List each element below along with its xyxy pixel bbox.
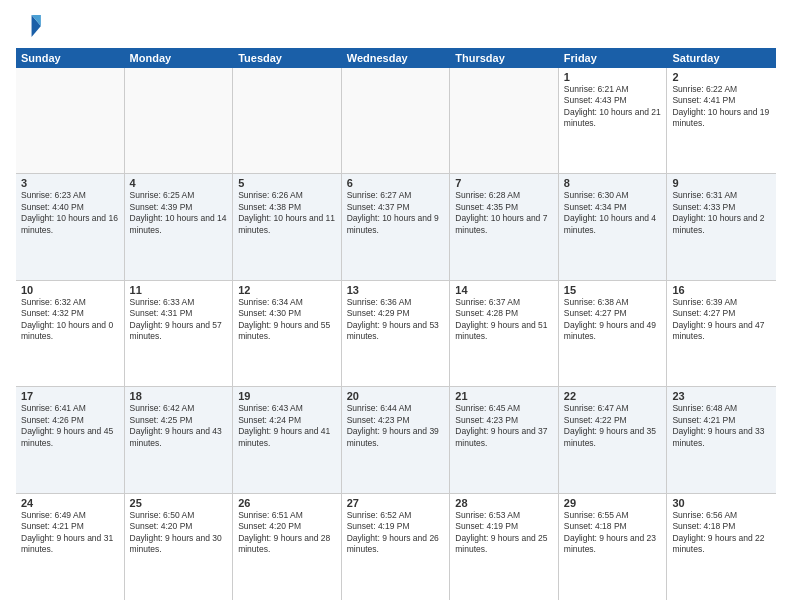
- day-cell-18: 18Sunrise: 6:42 AMSunset: 4:25 PMDayligh…: [125, 387, 234, 492]
- day-info: Sunrise: 6:30 AMSunset: 4:34 PMDaylight:…: [564, 190, 662, 236]
- empty-cell: [342, 68, 451, 173]
- day-number: 28: [455, 497, 553, 509]
- day-number: 2: [672, 71, 771, 83]
- day-info: Sunrise: 6:27 AMSunset: 4:37 PMDaylight:…: [347, 190, 445, 236]
- calendar-header: SundayMondayTuesdayWednesdayThursdayFrid…: [16, 48, 776, 68]
- day-number: 16: [672, 284, 771, 296]
- day-cell-29: 29Sunrise: 6:55 AMSunset: 4:18 PMDayligh…: [559, 494, 668, 600]
- day-number: 20: [347, 390, 445, 402]
- header-day-saturday: Saturday: [667, 48, 776, 68]
- day-cell-12: 12Sunrise: 6:34 AMSunset: 4:30 PMDayligh…: [233, 281, 342, 386]
- empty-cell: [125, 68, 234, 173]
- day-cell-15: 15Sunrise: 6:38 AMSunset: 4:27 PMDayligh…: [559, 281, 668, 386]
- day-number: 13: [347, 284, 445, 296]
- day-cell-14: 14Sunrise: 6:37 AMSunset: 4:28 PMDayligh…: [450, 281, 559, 386]
- logo-icon: [16, 12, 44, 40]
- day-info: Sunrise: 6:22 AMSunset: 4:41 PMDaylight:…: [672, 84, 771, 130]
- week-row-3: 10Sunrise: 6:32 AMSunset: 4:32 PMDayligh…: [16, 281, 776, 387]
- week-row-4: 17Sunrise: 6:41 AMSunset: 4:26 PMDayligh…: [16, 387, 776, 493]
- day-cell-10: 10Sunrise: 6:32 AMSunset: 4:32 PMDayligh…: [16, 281, 125, 386]
- day-number: 3: [21, 177, 119, 189]
- header-day-sunday: Sunday: [16, 48, 125, 68]
- day-info: Sunrise: 6:31 AMSunset: 4:33 PMDaylight:…: [672, 190, 771, 236]
- day-number: 14: [455, 284, 553, 296]
- day-info: Sunrise: 6:34 AMSunset: 4:30 PMDaylight:…: [238, 297, 336, 343]
- day-info: Sunrise: 6:44 AMSunset: 4:23 PMDaylight:…: [347, 403, 445, 449]
- day-info: Sunrise: 6:47 AMSunset: 4:22 PMDaylight:…: [564, 403, 662, 449]
- day-cell-26: 26Sunrise: 6:51 AMSunset: 4:20 PMDayligh…: [233, 494, 342, 600]
- day-info: Sunrise: 6:45 AMSunset: 4:23 PMDaylight:…: [455, 403, 553, 449]
- header-day-tuesday: Tuesday: [233, 48, 342, 68]
- header-day-monday: Monday: [125, 48, 234, 68]
- header-day-friday: Friday: [559, 48, 668, 68]
- day-number: 6: [347, 177, 445, 189]
- day-cell-6: 6Sunrise: 6:27 AMSunset: 4:37 PMDaylight…: [342, 174, 451, 279]
- day-cell-30: 30Sunrise: 6:56 AMSunset: 4:18 PMDayligh…: [667, 494, 776, 600]
- day-cell-16: 16Sunrise: 6:39 AMSunset: 4:27 PMDayligh…: [667, 281, 776, 386]
- day-number: 11: [130, 284, 228, 296]
- day-cell-24: 24Sunrise: 6:49 AMSunset: 4:21 PMDayligh…: [16, 494, 125, 600]
- day-info: Sunrise: 6:28 AMSunset: 4:35 PMDaylight:…: [455, 190, 553, 236]
- day-info: Sunrise: 6:26 AMSunset: 4:38 PMDaylight:…: [238, 190, 336, 236]
- day-number: 5: [238, 177, 336, 189]
- day-number: 21: [455, 390, 553, 402]
- day-info: Sunrise: 6:36 AMSunset: 4:29 PMDaylight:…: [347, 297, 445, 343]
- day-info: Sunrise: 6:42 AMSunset: 4:25 PMDaylight:…: [130, 403, 228, 449]
- day-cell-20: 20Sunrise: 6:44 AMSunset: 4:23 PMDayligh…: [342, 387, 451, 492]
- day-number: 4: [130, 177, 228, 189]
- day-cell-4: 4Sunrise: 6:25 AMSunset: 4:39 PMDaylight…: [125, 174, 234, 279]
- day-number: 22: [564, 390, 662, 402]
- day-number: 23: [672, 390, 771, 402]
- day-number: 10: [21, 284, 119, 296]
- day-number: 1: [564, 71, 662, 83]
- day-number: 9: [672, 177, 771, 189]
- header: [16, 12, 776, 40]
- page: SundayMondayTuesdayWednesdayThursdayFrid…: [0, 0, 792, 612]
- day-info: Sunrise: 6:56 AMSunset: 4:18 PMDaylight:…: [672, 510, 771, 556]
- empty-cell: [233, 68, 342, 173]
- day-info: Sunrise: 6:39 AMSunset: 4:27 PMDaylight:…: [672, 297, 771, 343]
- empty-cell: [16, 68, 125, 173]
- header-day-wednesday: Wednesday: [342, 48, 451, 68]
- day-cell-11: 11Sunrise: 6:33 AMSunset: 4:31 PMDayligh…: [125, 281, 234, 386]
- day-info: Sunrise: 6:51 AMSunset: 4:20 PMDaylight:…: [238, 510, 336, 556]
- day-info: Sunrise: 6:48 AMSunset: 4:21 PMDaylight:…: [672, 403, 771, 449]
- day-number: 18: [130, 390, 228, 402]
- day-info: Sunrise: 6:32 AMSunset: 4:32 PMDaylight:…: [21, 297, 119, 343]
- day-info: Sunrise: 6:53 AMSunset: 4:19 PMDaylight:…: [455, 510, 553, 556]
- day-cell-13: 13Sunrise: 6:36 AMSunset: 4:29 PMDayligh…: [342, 281, 451, 386]
- day-number: 15: [564, 284, 662, 296]
- day-number: 7: [455, 177, 553, 189]
- day-cell-23: 23Sunrise: 6:48 AMSunset: 4:21 PMDayligh…: [667, 387, 776, 492]
- day-info: Sunrise: 6:49 AMSunset: 4:21 PMDaylight:…: [21, 510, 119, 556]
- day-cell-22: 22Sunrise: 6:47 AMSunset: 4:22 PMDayligh…: [559, 387, 668, 492]
- day-number: 17: [21, 390, 119, 402]
- day-info: Sunrise: 6:21 AMSunset: 4:43 PMDaylight:…: [564, 84, 662, 130]
- day-cell-9: 9Sunrise: 6:31 AMSunset: 4:33 PMDaylight…: [667, 174, 776, 279]
- day-info: Sunrise: 6:23 AMSunset: 4:40 PMDaylight:…: [21, 190, 119, 236]
- day-cell-5: 5Sunrise: 6:26 AMSunset: 4:38 PMDaylight…: [233, 174, 342, 279]
- day-number: 25: [130, 497, 228, 509]
- day-number: 27: [347, 497, 445, 509]
- day-number: 19: [238, 390, 336, 402]
- day-info: Sunrise: 6:33 AMSunset: 4:31 PMDaylight:…: [130, 297, 228, 343]
- day-cell-17: 17Sunrise: 6:41 AMSunset: 4:26 PMDayligh…: [16, 387, 125, 492]
- day-cell-27: 27Sunrise: 6:52 AMSunset: 4:19 PMDayligh…: [342, 494, 451, 600]
- week-row-5: 24Sunrise: 6:49 AMSunset: 4:21 PMDayligh…: [16, 494, 776, 600]
- day-cell-3: 3Sunrise: 6:23 AMSunset: 4:40 PMDaylight…: [16, 174, 125, 279]
- day-number: 8: [564, 177, 662, 189]
- day-number: 29: [564, 497, 662, 509]
- day-cell-8: 8Sunrise: 6:30 AMSunset: 4:34 PMDaylight…: [559, 174, 668, 279]
- day-cell-2: 2Sunrise: 6:22 AMSunset: 4:41 PMDaylight…: [667, 68, 776, 173]
- day-info: Sunrise: 6:52 AMSunset: 4:19 PMDaylight:…: [347, 510, 445, 556]
- week-row-2: 3Sunrise: 6:23 AMSunset: 4:40 PMDaylight…: [16, 174, 776, 280]
- calendar-body: 1Sunrise: 6:21 AMSunset: 4:43 PMDaylight…: [16, 68, 776, 600]
- day-number: 12: [238, 284, 336, 296]
- day-number: 30: [672, 497, 771, 509]
- day-cell-19: 19Sunrise: 6:43 AMSunset: 4:24 PMDayligh…: [233, 387, 342, 492]
- day-info: Sunrise: 6:55 AMSunset: 4:18 PMDaylight:…: [564, 510, 662, 556]
- day-info: Sunrise: 6:50 AMSunset: 4:20 PMDaylight:…: [130, 510, 228, 556]
- day-cell-28: 28Sunrise: 6:53 AMSunset: 4:19 PMDayligh…: [450, 494, 559, 600]
- day-info: Sunrise: 6:41 AMSunset: 4:26 PMDaylight:…: [21, 403, 119, 449]
- logo: [16, 12, 48, 40]
